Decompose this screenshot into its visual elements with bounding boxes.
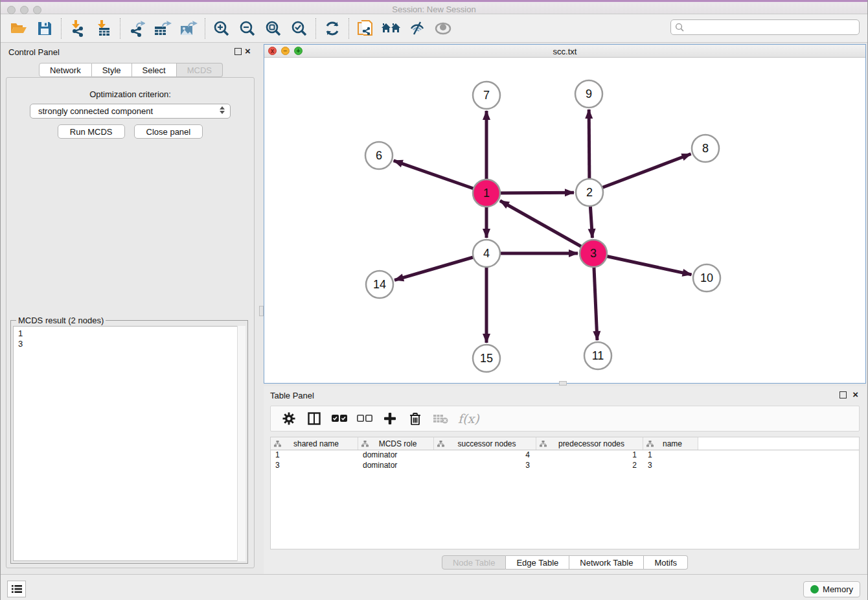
deselect-all-columns-icon[interactable] [357,411,372,426]
column-header-name[interactable]: name [643,437,698,450]
cell-successor-nodes[interactable]: 3 [434,461,536,471]
table-settings-gear-icon[interactable] [281,411,297,426]
memory-button[interactable]: Memory [803,581,860,597]
mcds-tab-content: Optimization criterion: strongly connect… [6,77,255,568]
tab-network-table[interactable]: Network Table [569,555,644,570]
close-panel-icon[interactable]: × [852,389,858,400]
close-panel-button[interactable]: Close panel [134,124,203,139]
save-session-icon[interactable] [32,17,58,40]
cell-shared-name[interactable]: 3 [271,461,358,471]
column-header-predecessor-nodes[interactable]: predecessor nodes [536,437,643,450]
tab-network[interactable]: Network [39,63,92,77]
table-row[interactable]: 1dominator411 [271,450,859,461]
tab-select[interactable]: Select [132,63,177,77]
cell-predecessor-nodes[interactable]: 1 [536,450,643,461]
zoom-fit-icon[interactable] [260,17,286,40]
toolbar-separator [205,18,205,39]
import-table-icon[interactable] [91,17,117,40]
show-tasks-list-button[interactable] [7,581,26,597]
edge-3-1[interactable] [500,201,593,253]
titlebar: Session: New Session [1,0,867,14]
hide-graphics-details-icon[interactable] [404,17,430,40]
criterion-selected-value: strongly connected component [38,106,153,116]
mcds-result-title: MCDS result (2 nodes) [16,316,106,325]
edge-1-6[interactable] [394,161,486,193]
search-box[interactable] [670,19,860,35]
node-label-7: 7 [483,89,490,102]
network-graph: 7968124314101511 [264,58,865,383]
table-panel-title: Table Panel [270,391,314,400]
mcds-result-groupbox: MCDS result (2 nodes) 13 [10,320,248,564]
application-window: Session: New Session [0,0,868,600]
close-panel-icon[interactable]: × [245,45,251,57]
cell-predecessor-nodes[interactable]: 2 [536,461,643,471]
create-column-plus-icon[interactable] [382,411,398,426]
memory-button-label: Memory [823,584,853,594]
list-icon [12,584,22,594]
control-panel: Control Panel × NetworkStyleSelectMCDS O… [1,43,261,573]
cell-name[interactable]: 3 [643,461,698,471]
tree-sort-icon [437,441,444,447]
status-bar: Memory [1,574,867,600]
show-graphics-details-icon [430,17,456,40]
splitter-grip-horizontal[interactable] [559,381,567,386]
zoom-out-icon[interactable] [234,17,260,40]
float-panel-icon[interactable] [234,48,242,55]
open-session-icon[interactable] [6,17,32,40]
mcds-result-line: 3 [18,339,245,349]
zoom-selected-icon[interactable] [286,17,312,40]
delete-column-trash-icon[interactable] [407,411,423,426]
edge-2-8[interactable] [589,154,691,192]
search-input[interactable] [687,23,859,32]
cell-mcds-role[interactable]: dominator [358,450,434,461]
cell-mcds-role[interactable]: dominator [358,461,434,471]
zoom-in-icon[interactable] [209,17,234,40]
edge-3-10[interactable] [593,253,692,275]
cell-successor-nodes[interactable]: 4 [434,450,536,461]
memory-status-icon [810,585,819,594]
tree-sort-icon [361,441,369,447]
export-image-icon[interactable] [176,17,201,40]
tab-motifs[interactable]: Motifs [644,555,688,570]
table-toolbar: f(x) [270,406,860,432]
show-columns-icon[interactable] [306,411,322,426]
float-panel-icon[interactable] [839,391,847,398]
criterion-dropdown[interactable]: strongly connected component [30,104,231,119]
network-view-window: x − + scc.txt 7968124314101511 [264,44,866,384]
toolbar-separator [348,18,349,39]
select-all-columns-icon[interactable] [332,411,347,426]
export-network-icon[interactable] [124,17,150,40]
node-label-15: 15 [480,352,493,365]
home-networks-icon[interactable] [378,17,404,40]
node-label-1: 1 [483,187,490,200]
network-canvas[interactable]: 7968124314101511 [264,58,865,383]
column-header-successor-nodes[interactable]: successor nodes [434,437,536,450]
refresh-icon[interactable] [319,17,345,40]
tab-node-table[interactable]: Node Table [442,555,507,570]
clone-network-icon[interactable] [352,17,378,40]
dropdown-stepper-icon [220,106,225,114]
node-table: shared nameMCDS rolesuccessor nodesprede… [270,437,860,549]
table-panel-header: Table Panel × [264,386,866,404]
mcds-result-line: 1 [18,329,245,339]
tree-sort-icon [540,441,547,447]
export-table-icon[interactable] [150,17,176,40]
delete-table-icon [433,411,448,426]
cell-name[interactable]: 1 [643,450,698,461]
tab-edge-table[interactable]: Edge Table [506,555,569,570]
main-toolbar [1,14,867,43]
mcds-result-textarea[interactable]: 13 [13,326,246,561]
node-label-2: 2 [586,186,593,199]
run-mcds-button[interactable]: Run MCDS [58,124,125,139]
control-panel-tabs: NetworkStyleSelectMCDS [1,63,261,77]
table-row[interactable]: 3dominator323 [271,461,859,471]
column-header-mcds-role[interactable]: MCDS role [358,437,434,450]
node-label-10: 10 [700,271,713,284]
import-network-icon[interactable] [65,17,91,40]
tab-mcds[interactable]: MCDS [177,63,223,77]
cell-shared-name[interactable]: 1 [271,450,358,461]
splitter-grip-vertical[interactable] [259,306,264,316]
result-scrollbar[interactable] [237,326,246,561]
tab-style[interactable]: Style [92,63,132,77]
column-header-shared-name[interactable]: shared name [271,437,358,450]
